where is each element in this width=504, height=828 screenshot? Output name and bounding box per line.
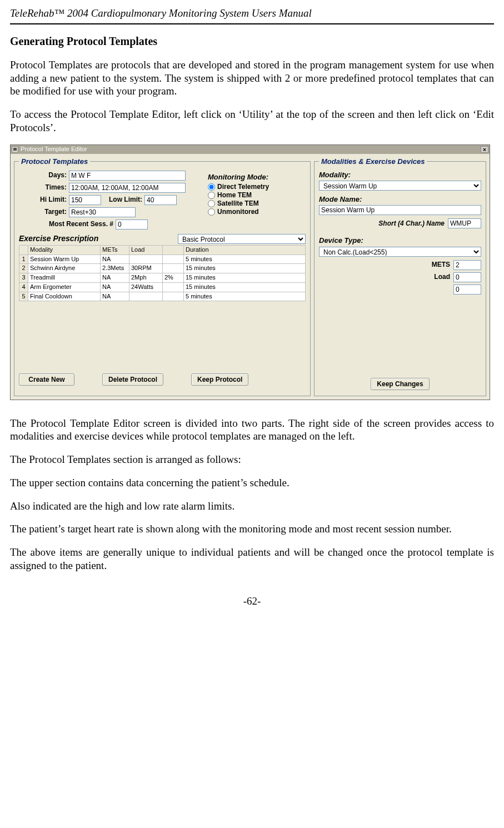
- body-para-4: The Protocol Templates section is arrang…: [10, 453, 494, 466]
- table-cell: 15 minutes: [184, 282, 306, 292]
- table-cell: 15 minutes: [184, 273, 306, 283]
- table-cell: [163, 255, 184, 264]
- modality-label: Modality:: [319, 171, 481, 179]
- table-cell: [163, 264, 184, 273]
- days-input[interactable]: [69, 171, 186, 181]
- protocol-editor-window: Protocol Template Editor × Protocol Temp…: [10, 144, 490, 400]
- protocol-templates-legend: Protocol Templates: [19, 157, 90, 166]
- lowlimit-input[interactable]: [144, 195, 177, 205]
- radio-label-0: Direct Telemetry: [217, 183, 269, 191]
- table-cell: 30RPM: [129, 264, 163, 273]
- keep-changes-button[interactable]: Keep Changes: [371, 378, 429, 390]
- section-heading: Generating Protocol Templates: [10, 34, 494, 48]
- radio-unmonitored[interactable]: [208, 208, 215, 216]
- protocol-select[interactable]: Basic Protocol: [178, 234, 306, 244]
- table-cell: [129, 255, 163, 264]
- doc-header: TeleRehab™ 2004 Cardiopulmonary Monitori…: [10, 6, 494, 24]
- device-type-select[interactable]: Non Calc.(Load<255): [319, 247, 481, 257]
- table-cell: 5 minutes: [184, 255, 306, 264]
- body-para-6: Also indicated are the high and low rate…: [10, 500, 494, 513]
- col-load: Load: [129, 245, 163, 255]
- radio-label-3: Unmonitored: [217, 208, 259, 216]
- shortname-label: Short (4 Char.) Name: [378, 220, 445, 228]
- device-type-label: Device Type:: [319, 236, 481, 245]
- page-number: -62-: [10, 595, 494, 608]
- col-rownum: [19, 245, 28, 255]
- exercise-table[interactable]: Modality METs Load Duration 1Session War…: [19, 245, 306, 302]
- times-input[interactable]: [69, 183, 186, 193]
- table-cell: NA: [101, 273, 129, 283]
- table-cell: Schwinn Airdyne: [28, 264, 101, 273]
- table-cell: 2.3Mets: [101, 264, 129, 273]
- table-cell: [163, 282, 184, 292]
- protocol-templates-group: Protocol Templates Monitoring Mode: Dire…: [14, 157, 311, 396]
- hilimit-label: Hi Limit:: [19, 196, 67, 204]
- monitoring-mode-group: Monitoring Mode: Direct Telemetry Home T…: [208, 173, 297, 216]
- intro-para-2: To access the Protocol Template Editor, …: [10, 108, 494, 134]
- table-cell: 15 minutes: [184, 264, 306, 273]
- close-button[interactable]: ×: [481, 146, 488, 153]
- window-icon: [12, 146, 18, 153]
- table-cell: NA: [101, 255, 129, 264]
- table-cell: Treadmill: [28, 273, 101, 283]
- radio-label-2: Satellite TEM: [217, 199, 259, 208]
- modename-input[interactable]: [319, 205, 481, 215]
- table-row[interactable]: 4Arm ErgometerNA24Watts15 minutes: [19, 282, 306, 292]
- table-cell: 5: [19, 292, 28, 301]
- table-cell: 1: [19, 255, 28, 264]
- table-row[interactable]: 5Final CooldownNA5 minutes: [19, 292, 306, 301]
- body-para-5: The upper section contains data concerni…: [10, 476, 494, 490]
- radio-satellite-tem[interactable]: [208, 200, 215, 207]
- modename-label: Mode Name:: [319, 195, 481, 204]
- days-label: Days:: [19, 171, 67, 179]
- body-para-7: The patient’s target heart rate is shown…: [10, 522, 494, 536]
- modalities-devices-legend: Modalities & Exercise Devices: [319, 157, 427, 166]
- sess-label: Most Recent Sess. #: [19, 220, 113, 228]
- target-label: Target:: [19, 208, 67, 216]
- hilimit-input[interactable]: [69, 195, 101, 205]
- table-row[interactable]: 3TreadmillNA2Mph2%15 minutes: [19, 273, 306, 283]
- table-cell: 24Watts: [129, 282, 163, 292]
- table-cell: 2Mph: [129, 273, 163, 283]
- table-cell: NA: [101, 292, 129, 301]
- radio-label-1: Home TEM: [217, 191, 252, 199]
- load-input[interactable]: [453, 272, 481, 282]
- window-titlebar: Protocol Template Editor ×: [11, 145, 490, 154]
- table-cell: 2%: [163, 273, 184, 283]
- table-cell: Session Warm Up: [28, 255, 101, 264]
- window-title: Protocol Template Editor: [21, 146, 87, 153]
- table-cell: Final Cooldown: [28, 292, 101, 301]
- mets-label: METS: [432, 261, 450, 269]
- radio-home-tem[interactable]: [208, 192, 215, 199]
- exercise-prescription-heading: Exercise Prescription: [19, 234, 98, 244]
- times-label: Times:: [19, 183, 67, 192]
- radio-direct-telemetry[interactable]: [208, 183, 215, 191]
- shortname-input[interactable]: [448, 218, 481, 228]
- keep-protocol-button[interactable]: Keep Protocol: [191, 373, 248, 386]
- col-mets: METs: [101, 245, 129, 255]
- body-para-8: The above items are generally unique to …: [10, 546, 494, 572]
- table-cell: [129, 292, 163, 301]
- table-row[interactable]: 2Schwinn Airdyne2.3Mets30RPM15 minutes: [19, 264, 306, 273]
- delete-protocol-button[interactable]: Delete Protocol: [102, 373, 163, 386]
- col-duration: Duration: [184, 245, 306, 255]
- body-para-3: The Protocol Template Editor screen is d…: [10, 417, 494, 443]
- modality-select[interactable]: Session Warm Up: [319, 181, 481, 191]
- table-cell: 3: [19, 273, 28, 283]
- table-cell: NA: [101, 282, 129, 292]
- extra-input[interactable]: [453, 285, 481, 295]
- monitoring-mode-heading: Monitoring Mode:: [208, 173, 297, 182]
- table-row[interactable]: 1Session Warm UpNA5 minutes: [19, 255, 306, 264]
- table-cell: Arm Ergometer: [28, 282, 101, 292]
- sess-input[interactable]: [116, 220, 148, 230]
- col-modality: Modality: [28, 245, 101, 255]
- mets-input[interactable]: [453, 260, 481, 270]
- table-cell: 2: [19, 264, 28, 273]
- create-new-button[interactable]: Create New: [19, 373, 74, 386]
- modalities-devices-group: Modalities & Exercise Devices Modality: …: [314, 157, 486, 396]
- intro-para-1: Protocol Templates are protocols that ar…: [10, 58, 494, 98]
- table-cell: 5 minutes: [184, 292, 306, 301]
- table-cell: [163, 292, 184, 301]
- target-input[interactable]: [69, 207, 136, 217]
- lowlimit-label: Low Limit:: [109, 196, 142, 204]
